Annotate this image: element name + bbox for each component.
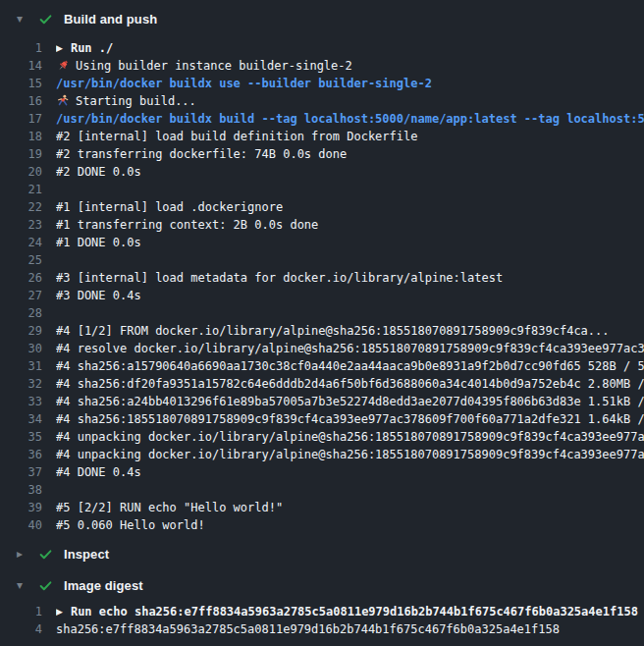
log-line-number[interactable]: 20 xyxy=(0,163,42,181)
log-line: 26 #3 [internal] load metadata for docke… xyxy=(0,269,644,287)
log-line: 31 #4 sha256:a15790640a6690aa1730c38cf0a… xyxy=(0,357,644,375)
log-line-number[interactable]: 31 xyxy=(0,357,42,375)
log-line-number[interactable]: 21 xyxy=(0,181,42,198)
log-line-content: #4 unpacking docker.io/library/alpine@sh… xyxy=(56,428,644,446)
log-section: ▸ Inspect xyxy=(0,538,644,569)
log-line-content: #4 unpacking docker.io/library/alpine@sh… xyxy=(56,446,644,463)
log-line-content: #1 transferring context: 2B 0.0s done xyxy=(56,216,644,234)
log-line-number[interactable]: 1 xyxy=(0,603,42,620)
log-line: 23 #1 transferring context: 2B 0.0s done xyxy=(0,216,644,234)
log-line: 1 ▶Run ./ xyxy=(0,39,644,57)
log-text: #4 [1/2] FROM docker.io/library/alpine@s… xyxy=(56,322,610,340)
log-line: 39 #5 [2/2] RUN echo "Hello world!" xyxy=(0,499,644,516)
log-line: 4 sha256:e7ff8834a5963a2785c5a0811e979d1… xyxy=(0,620,644,638)
log-line-number[interactable]: 35 xyxy=(0,428,42,446)
log-line-number[interactable]: 30 xyxy=(0,340,42,357)
log-line-number[interactable]: 26 xyxy=(0,269,42,287)
log-line-content: #4 sha256:df20fa9351a15782c64e6dddb2d4a6… xyxy=(56,375,644,393)
log-line-content: /usr/bin/docker buildx use --builder bui… xyxy=(56,75,644,92)
log-text: #3 DONE 0.4s xyxy=(56,287,141,304)
log-line: 15 /usr/bin/docker buildx use --builder … xyxy=(0,75,644,92)
log-line-content: Starting build... xyxy=(56,92,644,110)
section-header[interactable]: ▸ Inspect xyxy=(0,538,644,569)
log-text: #4 resolve docker.io/library/alpine@sha2… xyxy=(56,340,644,357)
log-line-number[interactable]: 16 xyxy=(0,92,42,110)
section-chevron-icon[interactable]: ▸ xyxy=(17,548,29,560)
log-line: 37 #4 DONE 0.4s xyxy=(0,463,644,481)
log-line-content: #5 0.060 Hello world! xyxy=(56,516,644,534)
log-line-number[interactable]: 36 xyxy=(0,446,42,463)
log-line: 36 #4 unpacking docker.io/library/alpine… xyxy=(0,446,644,463)
log-line-number[interactable]: 17 xyxy=(0,110,42,128)
log-line: 34 #4 sha256:185518070891758909c9f839cf4… xyxy=(0,410,644,428)
log-line-number[interactable]: 34 xyxy=(0,410,42,428)
section-header[interactable]: ▾ Image digest xyxy=(0,569,644,601)
log-line-number[interactable]: 18 xyxy=(0,128,42,145)
log-line-content: /usr/bin/docker buildx build --tag local… xyxy=(56,110,644,128)
log-line-content: #4 [1/2] FROM docker.io/library/alpine@s… xyxy=(56,322,644,340)
log-line-number[interactable]: 37 xyxy=(0,463,42,481)
log-text: #4 sha256:a15790640a6690aa1730c38cf0a440… xyxy=(56,357,644,375)
log-line-number[interactable]: 15 xyxy=(0,75,42,92)
log-line-number[interactable]: 1 xyxy=(0,39,42,57)
expand-log-group-icon[interactable]: ▶ xyxy=(56,603,63,620)
log-line-content: #1 DONE 0.0s xyxy=(56,234,644,251)
log-line-content: #2 transferring dockerfile: 74B 0.0s don… xyxy=(56,145,644,163)
section-title: Inspect xyxy=(64,547,109,562)
log-line: 1 ▶Run echo sha256:e7ff8834a5963a2785c5a… xyxy=(0,603,644,620)
section-title: Image digest xyxy=(64,578,143,593)
log-line: 21 xyxy=(0,181,644,198)
log-line-number[interactable]: 38 xyxy=(0,481,42,499)
log-line-number[interactable]: 14 xyxy=(0,57,42,75)
runner-icon xyxy=(56,94,70,108)
log-line-content: #3 DONE 0.4s xyxy=(56,287,644,304)
log-line: 24 #1 DONE 0.0s xyxy=(0,234,644,251)
log-text: /usr/bin/docker buildx build --tag local… xyxy=(56,110,644,128)
log-line-number[interactable]: 40 xyxy=(0,516,42,534)
log-text: #4 sha256:df20fa9351a15782c64e6dddb2d4a6… xyxy=(56,375,644,393)
log-text: #4 sha256:185518070891758909c9f839cf4ca3… xyxy=(56,410,644,428)
log-line: 27 #3 DONE 0.4s xyxy=(0,287,644,304)
log-text: #2 DONE 0.0s xyxy=(56,163,141,181)
log-text: sha256:e7ff8834a5963a2785c5a0811e979d16b… xyxy=(56,620,560,638)
log-text: #4 DONE 0.4s xyxy=(56,463,141,481)
success-check-icon xyxy=(38,547,53,562)
log-line-number[interactable]: 19 xyxy=(0,145,42,163)
log-line-content: sha256:e7ff8834a5963a2785c5a0811e979d16b… xyxy=(56,620,644,638)
section-chevron-icon[interactable]: ▾ xyxy=(17,13,29,25)
log-line-number[interactable]: 29 xyxy=(0,322,42,340)
expand-log-group-icon[interactable]: ▶ xyxy=(56,39,63,57)
log-line-content: #1 [internal] load .dockerignore xyxy=(56,198,644,216)
log-line-number[interactable]: 32 xyxy=(0,375,42,393)
log-line-content: ▶Run echo sha256:e7ff8834a5963a2785c5a08… xyxy=(56,603,644,620)
log-line-number[interactable]: 24 xyxy=(0,234,42,251)
log-text: #2 transferring dockerfile: 74B 0.0s don… xyxy=(56,145,347,163)
log-line: 19 #2 transferring dockerfile: 74B 0.0s … xyxy=(0,145,644,163)
log-line-content: #4 sha256:a24bb4013296f61e89ba57005a7b3e… xyxy=(56,393,644,410)
success-check-icon xyxy=(38,578,53,593)
log-line: 17 /usr/bin/docker buildx build --tag lo… xyxy=(0,110,644,128)
log-lines: 1 ▶Run echo sha256:e7ff8834a5963a2785c5a… xyxy=(0,601,644,642)
log-text: #4 sha256:a24bb4013296f61e89ba57005a7b3e… xyxy=(56,393,644,410)
section-chevron-icon[interactable]: ▾ xyxy=(17,579,29,591)
log-line-number[interactable]: 23 xyxy=(0,216,42,234)
section-header[interactable]: ▾ Build and push xyxy=(0,0,644,37)
log-line: 14 Using builder instance builder-single… xyxy=(0,57,644,75)
log-line-number[interactable]: 39 xyxy=(0,499,42,516)
log-line: 40 #5 0.060 Hello world! xyxy=(0,516,644,534)
log-line: 20 #2 DONE 0.0s xyxy=(0,163,644,181)
log-line-content: #3 [internal] load metadata for docker.i… xyxy=(56,269,644,287)
log-text: #4 unpacking docker.io/library/alpine@sh… xyxy=(56,428,644,446)
log-line-number[interactable]: 33 xyxy=(0,393,42,410)
log-line-content: ▶Run ./ xyxy=(56,39,644,57)
log-text: #1 transferring context: 2B 0.0s done xyxy=(56,216,318,234)
log-line-number[interactable]: 25 xyxy=(0,251,42,269)
log-line-number[interactable]: 27 xyxy=(0,287,42,304)
log-line: 29 #4 [1/2] FROM docker.io/library/alpin… xyxy=(0,322,644,340)
log-line-number[interactable]: 28 xyxy=(0,304,42,322)
log-line-number[interactable]: 22 xyxy=(0,198,42,216)
log-line-content: #5 [2/2] RUN echo "Hello world!" xyxy=(56,499,644,516)
log-line-content: Using builder instance builder-single-2 xyxy=(56,57,644,75)
log-line-number[interactable]: 4 xyxy=(0,620,42,638)
log-line-content: #2 DONE 0.0s xyxy=(56,163,644,181)
